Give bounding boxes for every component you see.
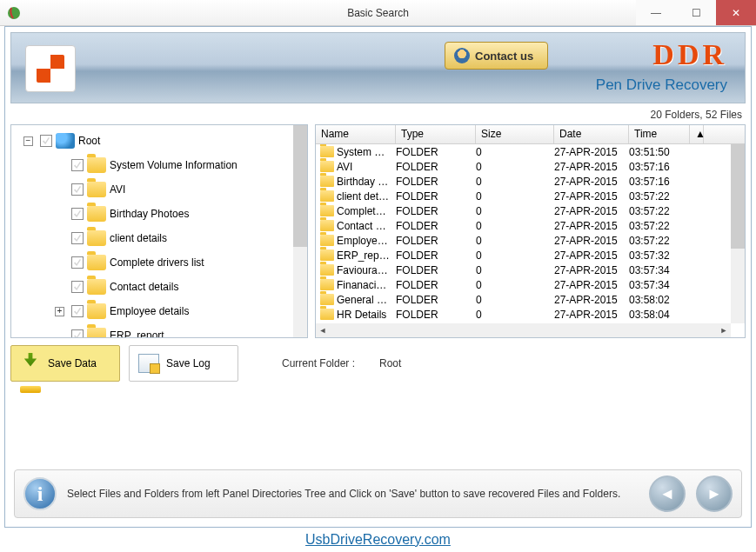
cell-size: 0 — [476, 146, 554, 158]
tree-item[interactable]: client details — [15, 226, 291, 250]
cell-name: Employee de... — [337, 235, 396, 247]
cell-date: 27-APR-2015 — [554, 205, 629, 217]
cell-type: FOLDER — [396, 205, 476, 217]
brand-title: DDR — [652, 38, 727, 71]
tree-scrollbar[interactable] — [293, 125, 307, 337]
list-hscrollbar[interactable]: ◄ ► — [316, 323, 731, 337]
cell-size: 0 — [476, 205, 554, 217]
tree-item-label: Employee details — [110, 305, 189, 317]
list-row[interactable]: System Volu...FOLDER027-APR-201503:51:50 — [316, 144, 745, 159]
contact-icon — [454, 48, 470, 63]
checkbox[interactable] — [71, 281, 84, 293]
checkbox[interactable] — [40, 135, 52, 147]
save-data-button[interactable]: Save Data — [10, 345, 120, 382]
folder-icon — [320, 279, 334, 290]
cell-date: 27-APR-2015 — [554, 309, 629, 321]
scroll-header-spacer: ▲ — [690, 125, 704, 143]
list-row[interactable]: Complete dri...FOLDER027-APR-201503:57:2… — [316, 203, 745, 218]
cell-name: ERP_report — [337, 249, 396, 262]
list-row[interactable]: Employee de...FOLDER027-APR-201503:57:22 — [316, 233, 745, 248]
cell-date: 27-APR-2015 — [554, 279, 629, 291]
cell-type: FOLDER — [396, 176, 476, 188]
list-row[interactable]: General Doc...FOLDER027-APR-201503:58:02 — [316, 292, 745, 307]
folder-icon — [320, 294, 334, 305]
maximize-button[interactable]: ☐ — [676, 0, 716, 25]
list-row[interactable]: client detailsFOLDER027-APR-201503:57:22 — [316, 189, 745, 203]
list-row[interactable]: ERP_reportFOLDER027-APR-201503:57:32 — [316, 248, 745, 263]
current-folder: Current Folder : Root — [282, 357, 401, 369]
prev-button[interactable]: ◄ — [649, 476, 686, 512]
cell-time: 03:58:04 — [629, 309, 690, 321]
next-button[interactable]: ► — [696, 476, 733, 512]
cell-type: FOLDER — [396, 235, 476, 247]
cell-time: 03:57:22 — [629, 220, 690, 232]
col-size[interactable]: Size — [476, 125, 554, 143]
folder-icon — [320, 190, 334, 202]
footer-link[interactable]: UsbDriveRecovery.com — [0, 532, 756, 548]
list-row[interactable]: HR DetailsFOLDER027-APR-201503:58:04 — [316, 307, 745, 322]
cell-date: 27-APR-2015 — [554, 190, 629, 203]
cell-time: 03:51:50 — [629, 146, 690, 158]
tree-item[interactable]: System Volume Information — [15, 153, 291, 177]
log-icon — [138, 354, 159, 373]
close-button[interactable]: ✕ — [716, 0, 756, 25]
collapse-icon[interactable]: − — [23, 136, 33, 146]
checkbox[interactable] — [71, 305, 84, 317]
list-row[interactable]: AVIFOLDER027-APR-201503:57:16 — [316, 159, 745, 174]
tree-item[interactable]: +Employee details — [15, 299, 291, 323]
list-row[interactable]: Finanacial R...FOLDER027-APR-201503:57:3… — [316, 277, 745, 292]
tree-item[interactable]: Contact details — [15, 275, 291, 299]
cell-date: 27-APR-2015 — [554, 235, 629, 247]
tree-item-label: Birthday Photoes — [110, 208, 189, 220]
cell-type: FOLDER — [396, 161, 476, 173]
app-icon — [7, 6, 21, 20]
list-row[interactable]: Contact detailsFOLDER027-APR-201503:57:2… — [316, 218, 745, 233]
cell-time: 03:57:32 — [629, 249, 690, 262]
tree-item[interactable]: AVI — [15, 177, 291, 202]
expand-icon[interactable]: + — [55, 307, 64, 316]
current-folder-value: Root — [379, 357, 401, 369]
checkbox[interactable] — [71, 183, 84, 196]
stats-label: 20 Folders, 52 Files — [10, 103, 746, 124]
tree-root-label[interactable]: Root — [78, 135, 100, 147]
tree-item[interactable]: Complete drivers list — [15, 250, 291, 275]
checkbox[interactable] — [71, 159, 84, 171]
list-vscrollbar[interactable] — [731, 144, 745, 323]
checkbox[interactable] — [71, 208, 84, 220]
tree-item[interactable]: ERP_report — [15, 323, 291, 338]
list-row[interactable]: Birthday Pho...FOLDER027-APR-201503:57:1… — [316, 174, 745, 189]
cell-time: 03:57:22 — [629, 190, 690, 203]
cell-date: 27-APR-2015 — [554, 220, 629, 232]
cell-type: FOLDER — [396, 264, 476, 276]
cell-size: 0 — [476, 176, 554, 188]
scroll-right-icon[interactable]: ► — [717, 323, 731, 337]
cell-time: 03:58:02 — [629, 294, 690, 306]
checkbox[interactable] — [71, 329, 84, 338]
tree-item-label: ERP_report — [110, 329, 164, 338]
list-header[interactable]: Name Type Size Date Time ▲ — [316, 125, 745, 144]
cell-size: 0 — [476, 264, 554, 276]
cell-type: FOLDER — [396, 279, 476, 291]
folder-icon — [87, 230, 106, 246]
cell-type: FOLDER — [396, 190, 476, 203]
cell-name: Birthday Pho... — [337, 176, 396, 188]
checkbox[interactable] — [71, 256, 84, 269]
folder-icon — [320, 309, 334, 320]
minimize-button[interactable]: — — [636, 0, 676, 25]
logo-icon — [37, 55, 64, 83]
save-log-button[interactable]: Save Log — [129, 345, 238, 382]
col-type[interactable]: Type — [396, 125, 476, 143]
cell-name: HR Details — [337, 309, 396, 321]
col-time[interactable]: Time — [629, 125, 690, 143]
cell-size: 0 — [476, 161, 554, 173]
tree-item[interactable]: Birthday Photoes — [15, 202, 291, 226]
save-icon — [20, 353, 41, 372]
cell-size: 0 — [476, 190, 554, 203]
list-row[interactable]: Faviourate P...FOLDER027-APR-201503:57:3… — [316, 263, 745, 277]
col-name[interactable]: Name — [316, 125, 396, 143]
contact-us-button[interactable]: Contact us — [445, 42, 548, 70]
scroll-left-icon[interactable]: ◄ — [316, 323, 330, 337]
checkbox[interactable] — [71, 232, 84, 244]
cell-type: FOLDER — [396, 146, 476, 158]
col-date[interactable]: Date — [554, 125, 629, 143]
